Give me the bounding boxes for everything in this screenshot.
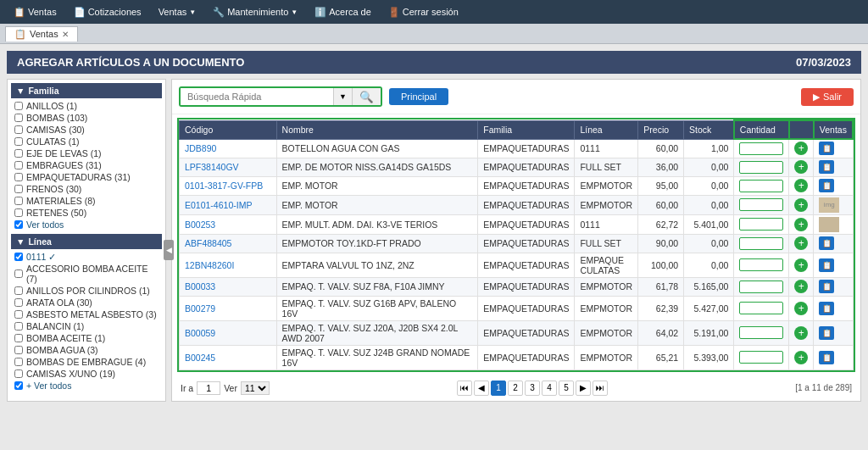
sidebar-item-bombas[interactable]: BOMBAS (103) [11,112,162,124]
view-button[interactable]: 📋 [819,236,834,250]
add-button[interactable]: + [794,326,808,340]
nav-ventas2[interactable]: Ventas ▼ [152,5,203,19]
add-button[interactable]: + [794,198,808,212]
codigo-link[interactable]: LPF38140GV [185,162,239,172]
principal-button[interactable]: Principal [389,88,448,105]
linea-0111-checkbox[interactable] [14,253,23,261]
sidebar-item-empaquetaduras[interactable]: EMPAQUETADURAS (31) [11,171,162,183]
cantidad-input[interactable] [739,180,783,192]
sidebar-item-asbesto[interactable]: ASBESTO METAL ASBESTO (3) [11,308,162,320]
embragues-checkbox[interactable] [14,161,23,169]
cantidad-input[interactable] [739,302,783,314]
prev-page-button[interactable]: ◀ [474,381,489,396]
add-button[interactable]: + [794,142,808,155]
view-button[interactable]: 📋 [819,179,834,192]
tab-ventas[interactable]: 📋 Ventas ✕ [5,26,78,42]
page-1-button[interactable]: 1 [491,381,506,396]
cantidad-input[interactable] [739,237,783,250]
sidebar-item-bombasembrague[interactable]: BOMBAS DE EMBRAGUE (4) [11,356,162,368]
nav-ventas-icon[interactable]: 📋 Ventas [7,5,64,19]
view-button[interactable]: 📋 [819,160,834,174]
nav-mantenimiento[interactable]: 🔧 Mantenimiento ▼ [206,5,304,19]
sidebar-item-bombaaceite[interactable]: BOMBA ACEITE (1) [11,332,162,344]
view-button[interactable]: 📋 [819,258,834,272]
vertodos-linea-checkbox[interactable] [14,381,23,390]
first-page-button[interactable]: ⏮ [457,381,472,396]
search-input[interactable] [181,88,333,105]
page-2-button[interactable]: 2 [508,381,523,396]
sidebar-item-culatas[interactable]: CULATAS (1) [11,136,162,147]
asbesto-checkbox[interactable] [14,310,23,319]
retenes-checkbox[interactable] [14,208,23,217]
view-button[interactable]: 📋 [819,326,834,340]
camisas-checkbox[interactable] [14,125,23,134]
ejelevas-checkbox[interactable] [14,149,23,158]
bombaagua-checkbox[interactable] [14,346,23,354]
anillos-checkbox[interactable] [14,102,23,110]
sidebar-item-frenos[interactable]: FRENOS (30) [11,183,162,195]
sidebar-item-balancin[interactable]: BALANCIN (1) [11,320,162,332]
codigo-link[interactable]: 0101-3817-GV-FPB [185,181,263,191]
sidebar-item-camisasxuno[interactable]: CAMISAS X/UNO (19) [11,368,162,380]
sidebar-collapse-btn[interactable]: ◀ [164,240,174,260]
view-button[interactable]: 📋 [819,142,834,155]
add-button[interactable]: + [794,280,808,293]
bombaaceite-checkbox[interactable] [14,334,23,342]
add-button[interactable]: + [794,160,808,174]
sidebar-item-anillos[interactable]: ANILLOS (1) [11,100,162,112]
page-3-button[interactable]: 3 [525,381,540,396]
add-button[interactable]: + [794,302,808,315]
sidebar-item-0111[interactable]: 0111 ✓ [11,251,162,263]
sidebar-item-ejelevas[interactable]: EJE DE LEVAS (1) [11,147,162,159]
codigo-link[interactable]: ABF488405 [185,238,231,248]
goto-input[interactable] [197,381,220,395]
arataola-checkbox[interactable] [14,298,23,307]
cantidad-input[interactable] [739,142,783,155]
codigo-link[interactable]: B00033 [185,281,215,292]
view-button[interactable]: 📋 [819,280,834,293]
add-button[interactable]: + [794,236,808,250]
codigo-link[interactable]: B00245 [185,353,215,363]
nav-acerca[interactable]: ℹ️ Acerca de [308,5,378,19]
cantidad-input[interactable] [739,161,783,174]
cantidad-input[interactable] [739,258,783,271]
tab-close-icon[interactable]: ✕ [62,30,69,39]
codigo-link[interactable]: E0101-4610-IMP [185,200,252,210]
codigo-link[interactable]: B00253 [185,219,215,230]
sidebar-item-camisas[interactable]: CAMISAS (30) [11,124,162,136]
sidebar-item-materiales[interactable]: MATERIALES (8) [11,195,162,207]
last-page-button[interactable]: ⏭ [593,381,608,396]
add-button[interactable]: + [794,351,808,364]
bombas-checkbox[interactable] [14,114,23,122]
per-page-select[interactable]: 11 25 50 [241,381,270,395]
search-dropdown-button[interactable]: ▼ [333,88,352,105]
sidebar-item-vertodos-familia[interactable]: Ver todos [11,219,162,231]
balancin-checkbox[interactable] [14,322,23,331]
cantidad-input[interactable] [739,351,783,364]
add-button[interactable]: + [794,258,808,272]
sidebar-item-embragues[interactable]: EMBRAGUES (31) [11,159,162,171]
sidebar-item-retenes[interactable]: RETENES (50) [11,207,162,219]
sidebar-item-accbomba[interactable]: ACCESORIO BOMBA ACEITE (7) [11,263,162,285]
empaquetaduras-checkbox[interactable] [14,173,23,181]
add-button[interactable]: + [794,218,808,231]
codigo-link[interactable]: B00059 [185,328,215,338]
cantidad-input[interactable] [739,326,783,339]
add-button[interactable]: + [794,179,808,192]
culatas-checkbox[interactable] [14,137,23,146]
codigo-link[interactable]: B00279 [185,303,215,314]
cantidad-input[interactable] [739,198,783,211]
cantidad-input[interactable] [739,218,783,231]
anilloscil-checkbox[interactable] [14,286,23,295]
materiales-checkbox[interactable] [14,197,23,205]
sidebar-item-vertodos-linea[interactable]: + Ver todos [11,380,162,392]
vertodos-familia-checkbox[interactable] [14,220,23,229]
codigo-link[interactable]: 12BN48260I [185,260,234,270]
cantidad-input[interactable] [739,281,783,293]
page-5-button[interactable]: 5 [559,381,574,396]
sidebar-item-anilloscil[interactable]: ANILLOS POR CILINDROS (1) [11,285,162,297]
codigo-link[interactable]: JDB890 [185,143,216,153]
bombasembrague-checkbox[interactable] [14,358,23,366]
search-button[interactable]: 🔍 [352,88,381,105]
camisasxuno-checkbox[interactable] [14,369,23,378]
